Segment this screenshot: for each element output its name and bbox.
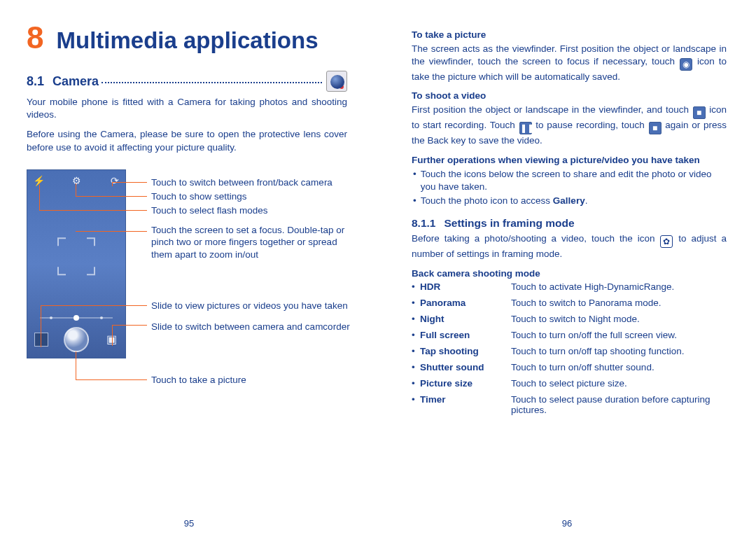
section-number: 8.1 xyxy=(27,74,44,89)
mode-desc: Touch to turn on/off the full screen vie… xyxy=(511,330,727,340)
callout-view-pictures: Slide to view pictures or videos you hav… xyxy=(151,300,354,312)
shutter-button-icon xyxy=(64,327,89,352)
mode-night: •NightTouch to switch to Night mode. xyxy=(412,314,727,324)
page-right: To take a picture The screen acts as the… xyxy=(378,0,756,537)
heading-further-ops: Further operations when viewing a pictur… xyxy=(412,155,727,165)
flash-icon: ⚡ xyxy=(33,176,43,186)
subsection-8-1-1-header: 8.1.1 Settings in framing mode xyxy=(412,217,727,230)
intro-paragraph-2: Before using the Camera, please be sure … xyxy=(27,128,347,153)
mode-label: Tap shooting xyxy=(420,346,511,356)
bullet-dot: • xyxy=(413,168,416,193)
pause-inline-icon: ❚❚ xyxy=(519,122,532,134)
mode-label: Panorama xyxy=(420,298,511,308)
mode-panorama: •PanoramaTouch to switch to Panorama mod… xyxy=(412,298,727,308)
mode-desc: Touch to turn on/off shutter sound. xyxy=(511,362,727,372)
settings-gear-inline-icon: ✿ xyxy=(660,235,673,248)
text-fragment: First position the object or landscape i… xyxy=(412,104,692,115)
mode-desc: Touch to select picture size. xyxy=(511,378,727,389)
section-8-1-header: 8.1 Camera xyxy=(27,71,347,92)
bullet-text: Touch the photo icon to access Gallery. xyxy=(421,195,727,207)
mode-label: Shutter sound xyxy=(420,362,511,372)
text-fragment: . xyxy=(585,195,588,206)
camera-app-icon xyxy=(326,71,347,92)
bullet-gallery: • Touch the photo icon to access Gallery… xyxy=(412,195,727,207)
camcorder-mode-icon: ▣ xyxy=(104,333,118,347)
record-inline-icon-2: ■ xyxy=(649,122,662,134)
callout-flash-modes: Touch to select flash modes xyxy=(151,204,354,217)
chapter-title-text: Multimedia applications xyxy=(56,27,318,54)
mode-label: HDR xyxy=(420,281,511,292)
record-inline-icon: ■ xyxy=(693,106,706,119)
page-left: 8 Multimedia applications 8.1 Camera You… xyxy=(0,0,378,537)
chapter-heading: 8 Multimedia applications xyxy=(27,22,347,54)
mode-full-screen: •Full screenTouch to turn on/off the ful… xyxy=(412,330,727,340)
mode-list: •HDRTouch to activate High-DynamicRange.… xyxy=(412,281,727,415)
callout-switch-camera: Touch to switch between front/back camer… xyxy=(151,176,354,189)
bullet-dot: • xyxy=(413,195,416,207)
shutter-inline-icon: ◉ xyxy=(680,58,692,71)
mode-shutter-sound: •Shutter soundTouch to turn on/off shutt… xyxy=(412,362,727,372)
paragraph-framing-mode: Before taking a photo/shooting a video, … xyxy=(412,232,727,260)
section-title: Camera xyxy=(52,74,99,89)
dot-leader xyxy=(102,76,322,84)
subsection-number: 8.1.1 xyxy=(412,217,435,230)
callout-focus-zoom: Touch the screen to set a focus. Double-… xyxy=(151,224,354,261)
mode-label: Picture size xyxy=(420,378,511,389)
mode-desc: Touch to switch to Night mode. xyxy=(511,314,727,324)
callout-switch-camcorder: Slide to switch between camera and camco… xyxy=(151,321,354,333)
paragraph-shoot-video: First position the object or landscape i… xyxy=(412,104,727,147)
mode-hdr: •HDRTouch to activate High-DynamicRange. xyxy=(412,281,727,292)
mode-desc: Touch to switch to Panorama mode. xyxy=(511,298,727,308)
text-fragment: Touch the photo icon to access xyxy=(421,195,553,206)
page-number-left: 95 xyxy=(0,518,378,529)
mode-desc: Touch to turn on/off tap shooting functi… xyxy=(511,346,727,356)
mode-timer: •TimerTouch to select pause duration bef… xyxy=(412,394,727,415)
paragraph-take-picture: The screen acts as the viewfinder. First… xyxy=(412,43,727,83)
text-fragment: Before taking a photo/shooting a video, … xyxy=(412,233,659,244)
mode-picture-size: •Picture sizeTouch to select picture siz… xyxy=(412,378,727,389)
intro-paragraph-1: Your mobile phone is fitted with a Camer… xyxy=(27,96,347,121)
focus-brackets-icon xyxy=(57,237,95,275)
callout-show-settings: Touch to show settings xyxy=(151,190,354,203)
mode-label: Night xyxy=(420,314,511,324)
mode-desc: Touch to select pause duration before ca… xyxy=(511,394,727,415)
mode-label: Timer xyxy=(420,394,511,405)
bullet-text: Touch the icons below the screen to shar… xyxy=(421,168,727,193)
heading-back-camera-mode: Back camera shooting mode xyxy=(412,268,727,279)
mode-tap-shooting: •Tap shootingTouch to turn on/off tap sh… xyxy=(412,346,727,356)
callout-take-picture: Touch to take a picture xyxy=(151,374,354,386)
mode-desc: Touch to activate High-DynamicRange. xyxy=(511,281,727,292)
camera-diagram: ⚡ ⚙ ⟳ ▣ xyxy=(27,169,347,400)
mode-slider xyxy=(40,317,113,319)
page-number-right: 96 xyxy=(378,518,756,529)
subsection-title: Settings in framing mode xyxy=(444,217,574,230)
chapter-number: 8 xyxy=(27,22,43,53)
heading-take-picture: To take a picture xyxy=(412,29,727,40)
gallery-bold: Gallery xyxy=(553,195,585,206)
heading-shoot-video: To shoot a video xyxy=(412,90,727,101)
bullet-share-edit: • Touch the icons below the screen to sh… xyxy=(412,168,727,193)
mode-label: Full screen xyxy=(420,330,511,340)
text-fragment: to pause recording, touch xyxy=(533,120,648,130)
